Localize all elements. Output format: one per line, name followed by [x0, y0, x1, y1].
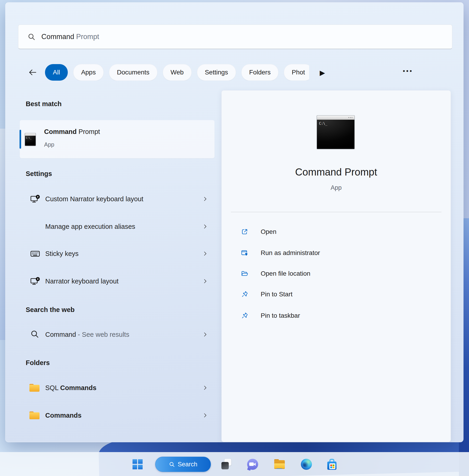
action-pin-to-taskbar[interactable]: Pin to taskbar	[229, 308, 442, 323]
search-input[interactable]: Command Prompt	[18, 25, 452, 49]
action-run-as-administrator[interactable]: Run as administrator	[229, 246, 442, 260]
preview-app-type: App	[222, 184, 451, 191]
tab-apps[interactable]: Apps	[73, 64, 104, 81]
tabs-scroll-right-icon[interactable]: ▶	[320, 69, 325, 77]
back-button[interactable]	[28, 68, 38, 77]
result-row-narrator-layout[interactable]: Narrator keyboard layout	[20, 272, 215, 290]
taskbar-search-button[interactable]: Search	[155, 457, 211, 472]
search-icon	[169, 461, 175, 468]
action-pin-to-start[interactable]: Pin to Start	[229, 287, 442, 301]
section-heading-settings: Settings	[26, 170, 52, 178]
action-open[interactable]: Open	[229, 225, 442, 239]
keyboard-icon	[30, 249, 40, 259]
section-heading-best-match: Best match	[26, 100, 62, 108]
best-match-subtitle: App	[44, 141, 54, 148]
folder-icon	[29, 383, 40, 393]
section-heading-folders: Folders	[26, 359, 50, 367]
chevron-right-icon	[202, 412, 208, 418]
tab-documents[interactable]: Documents	[109, 64, 157, 81]
best-match-title: Command Prompt	[44, 128, 100, 136]
tab-all[interactable]: All	[45, 64, 68, 81]
search-filter-tabs: All Apps Documents Web Settings Folders …	[45, 64, 309, 81]
tab-photos-clipped[interactable]: Phot	[284, 64, 309, 81]
chevron-right-icon	[202, 223, 208, 230]
search-suggestion-text: Prompt	[74, 33, 99, 41]
command-prompt-icon-large: C:\_	[317, 115, 355, 149]
divider	[231, 212, 441, 212]
back-arrow-icon	[28, 68, 38, 77]
preview-app-name: Command Prompt	[222, 166, 451, 178]
result-row-custom-narrator-layout[interactable]: Custom Narrator keyboard layout	[20, 190, 215, 208]
start-button[interactable]	[131, 457, 144, 471]
folder-result-commands[interactable]: Commands	[20, 407, 215, 424]
result-preview-panel: C:\_ Command Prompt App Open Run as admi…	[221, 90, 451, 442]
window-controls-dots	[352, 117, 352, 118]
microsoft-store-button[interactable]	[325, 457, 339, 471]
section-heading-web: Search the web	[26, 306, 75, 314]
search-icon	[30, 329, 40, 340]
open-external-icon	[241, 228, 248, 236]
action-open-file-location[interactable]: Open file location	[229, 267, 442, 281]
search-query-text: Command	[41, 33, 74, 41]
more-options-button[interactable]: •••	[398, 67, 418, 75]
run-admin-shield-icon	[241, 249, 248, 257]
taskbar-search-label: Search	[178, 461, 198, 468]
tab-settings[interactable]: Settings	[197, 64, 236, 81]
best-match-result[interactable]: C:\_ Command Prompt App	[20, 120, 215, 158]
windows-search-flyout: Command Prompt All Apps Documents Web Se…	[5, 2, 464, 442]
tab-web[interactable]: Web	[163, 64, 192, 81]
pin-icon	[241, 312, 248, 319]
taskbar	[0, 452, 469, 476]
chevron-right-icon	[202, 251, 208, 257]
tab-folders[interactable]: Folders	[241, 64, 278, 81]
chat-button[interactable]	[246, 457, 260, 471]
edge-browser-button[interactable]	[300, 457, 313, 471]
search-icon	[28, 33, 35, 41]
file-explorer-button[interactable]	[273, 457, 286, 471]
chevron-right-icon	[202, 196, 208, 202]
narrator-display-icon	[30, 194, 40, 204]
task-view-button[interactable]	[220, 457, 234, 471]
result-row-manage-aliases[interactable]: Manage app execution aliases	[20, 218, 215, 235]
command-prompt-icon: C:\_	[25, 133, 36, 146]
chevron-right-icon	[202, 332, 208, 338]
folder-open-icon	[241, 270, 248, 277]
pin-icon	[241, 291, 248, 298]
chevron-right-icon	[202, 385, 208, 391]
folder-result-sql-commands[interactable]: SQL Commands	[20, 379, 215, 396]
chevron-right-icon	[202, 278, 208, 284]
folder-icon	[29, 410, 40, 420]
selection-accent-bar	[19, 130, 21, 149]
windows-logo-icon	[133, 459, 143, 469]
narrator-display-icon	[30, 276, 40, 286]
result-row-sticky-keys[interactable]: Sticky keys	[20, 245, 215, 262]
web-search-row[interactable]: Command - See web results	[20, 326, 215, 343]
